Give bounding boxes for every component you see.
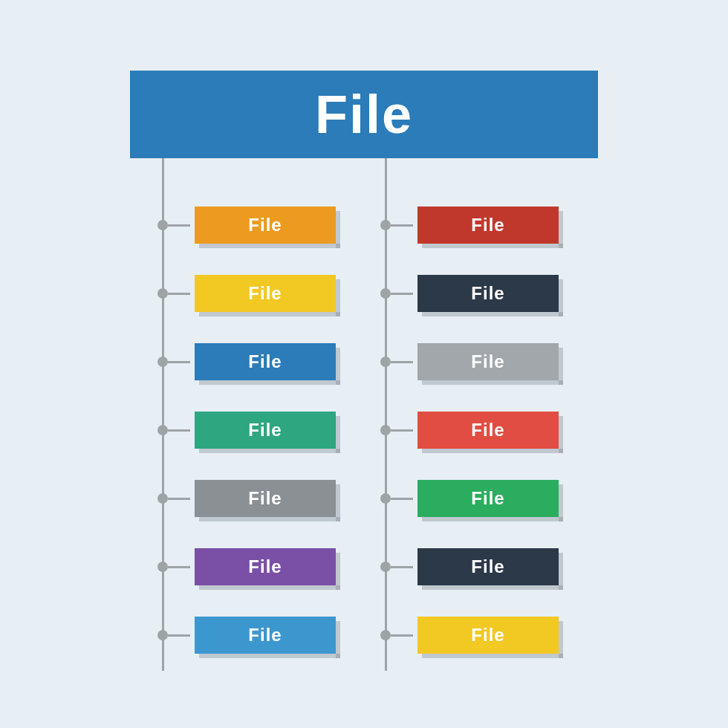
dot-icon xyxy=(157,630,168,640)
connector-line xyxy=(168,634,190,637)
connector-line xyxy=(168,224,190,227)
file-label: File xyxy=(471,351,504,372)
file-tile: File xyxy=(417,275,559,312)
dot-icon xyxy=(380,220,391,230)
dot-icon xyxy=(157,562,168,572)
file-tile: File xyxy=(195,275,336,312)
dot-icon xyxy=(157,288,168,299)
file-tile: File xyxy=(195,480,336,517)
dot-icon xyxy=(380,630,391,640)
connector-line xyxy=(391,566,413,568)
file-label: File xyxy=(248,488,282,509)
connector-line xyxy=(391,429,413,432)
file-tile: File xyxy=(195,343,336,380)
dot-icon xyxy=(157,220,168,230)
file-label: File xyxy=(471,556,504,577)
file-label: File xyxy=(248,283,282,304)
connector-line xyxy=(168,566,190,568)
dot-icon xyxy=(380,288,391,299)
dot-icon xyxy=(157,493,168,504)
connector-line xyxy=(391,224,413,227)
file-label: File xyxy=(248,215,282,235)
file-tile: File xyxy=(417,617,559,654)
dot-icon xyxy=(380,562,391,572)
file-tile: File xyxy=(417,548,559,585)
diagram-stage: File File File File File File xyxy=(0,0,728,728)
file-label: File xyxy=(248,420,282,441)
file-tile: File xyxy=(195,412,336,449)
connector-line xyxy=(168,361,190,363)
file-label: File xyxy=(471,488,504,509)
file-label: File xyxy=(471,625,504,646)
dot-icon xyxy=(380,493,391,504)
file-label: File xyxy=(471,283,504,304)
connector-line xyxy=(391,361,413,363)
file-label: File xyxy=(471,215,504,235)
file-label: File xyxy=(248,625,282,646)
connector-line xyxy=(168,293,190,295)
file-tile: File xyxy=(417,343,559,380)
connector-line xyxy=(391,293,413,295)
dot-icon xyxy=(380,425,391,435)
connector-line xyxy=(391,634,413,637)
connector-line xyxy=(168,429,190,432)
file-label: File xyxy=(248,556,282,577)
file-label: File xyxy=(248,351,282,372)
dot-icon xyxy=(157,357,168,367)
dot-icon xyxy=(380,357,391,367)
root-label: File xyxy=(315,84,413,145)
stem-right xyxy=(385,158,387,671)
stem-left xyxy=(162,158,164,671)
file-tile: File xyxy=(417,480,559,517)
file-tile: File xyxy=(195,548,336,585)
connector-line xyxy=(168,498,190,500)
connector-line xyxy=(391,498,413,500)
file-tile: File xyxy=(417,412,559,449)
file-tile: File xyxy=(195,617,336,654)
file-tile: File xyxy=(195,207,336,244)
file-tile: File xyxy=(417,207,559,244)
file-label: File xyxy=(471,420,504,441)
root-tile: File xyxy=(130,71,598,158)
dot-icon xyxy=(157,425,168,435)
